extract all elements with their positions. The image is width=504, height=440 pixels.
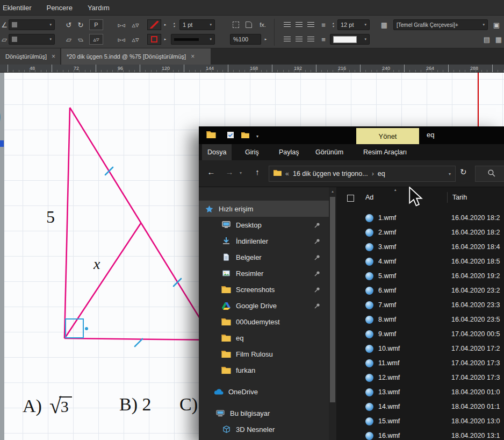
- pages-icon[interactable]: ▤: [481, 34, 492, 45]
- align-right-icon[interactable]: [305, 19, 316, 30]
- flip-vertical2-icon[interactable]: ▵▿: [129, 34, 142, 45]
- style-dropdown[interactable]: ▾: [9, 34, 55, 45]
- sidebar-item-quick-access[interactable]: Hızlı erişim: [199, 201, 329, 217]
- chevron-right-icon[interactable]: ▸: [262, 34, 269, 45]
- file-row[interactable]: 3.wmf16.04.2020 18:4: [336, 240, 504, 254]
- paragraph-icon[interactable]: ≡: [318, 19, 329, 30]
- file-row[interactable]: 10.wmf17.04.2020 17:2: [336, 342, 504, 356]
- scroll-up-icon[interactable]: ▴: [329, 189, 336, 194]
- search-box[interactable]: [475, 166, 504, 182]
- stroke-weight-stepper[interactable]: ▴▾: [171, 19, 177, 30]
- close-icon[interactable]: ×: [52, 53, 55, 60]
- document-tab-1[interactable]: Dönüştürülmüş] ×: [0, 48, 60, 65]
- new-folder-icon[interactable]: [241, 131, 249, 141]
- tab-resim-araclari[interactable]: Resim Araçları: [358, 144, 412, 160]
- column-header-date[interactable]: Tarih: [452, 194, 467, 201]
- tab-paylas[interactable]: Paylaş: [273, 144, 305, 160]
- sidebar-item-film-rulosu[interactable]: Film Rulosu: [199, 346, 329, 362]
- sidebar-item-belgeler[interactable]: Belgeler: [199, 249, 329, 265]
- dashed-frame-icon[interactable]: [230, 19, 242, 30]
- file-row[interactable]: 12.wmf17.04.2020 17:3: [336, 371, 504, 385]
- address-bar[interactable]: « 16 dik üçgen ve trigono... › eq ▾: [269, 166, 456, 182]
- document-tab-2[interactable]: *20 dik üçgen 5.indd @ %75 [Dönüştürülmü…: [61, 48, 211, 65]
- sidebar-item-onedrive[interactable]: OneDrive: [199, 384, 329, 400]
- fill-swatch[interactable]: [147, 34, 161, 45]
- effects-fx-button[interactable]: fx.: [256, 19, 270, 30]
- align-center-icon[interactable]: [293, 19, 304, 30]
- chevron-right-icon[interactable]: ▸: [162, 19, 169, 30]
- file-row[interactable]: 1.wmf16.04.2020 18:2: [336, 211, 504, 225]
- manage-contextual-tab[interactable]: Yönet: [356, 128, 419, 144]
- sidebar-item-000udemytest[interactable]: 000udemytest: [199, 314, 329, 330]
- sidebar-item-3d-objects[interactable]: 3D Nesneler: [199, 421, 329, 437]
- sidebar-item-eq[interactable]: eq: [199, 330, 329, 346]
- sidebar-item-resimler[interactable]: Resimler: [199, 265, 329, 281]
- scale-select[interactable]: %100: [230, 34, 261, 45]
- breadcrumb-current[interactable]: eq: [378, 170, 385, 178]
- recent-locations-chevron-icon[interactable]: ▾: [240, 171, 242, 175]
- stroke-swatch[interactable]: [147, 19, 161, 30]
- tab-giris[interactable]: Giriş: [240, 144, 264, 160]
- sidebar-item-screenshots[interactable]: Screenshots: [199, 281, 329, 297]
- flip-vertical-icon[interactable]: ▵▿: [129, 19, 142, 30]
- sidebar-item-this-pc[interactable]: Bu bilgisayar: [199, 405, 329, 421]
- menu-item-pencere[interactable]: Pencere: [46, 4, 72, 12]
- refresh-button[interactable]: ↻: [460, 167, 467, 177]
- sidebar-item-google-drive[interactable]: Google Drive: [199, 297, 329, 314]
- justify-left-icon[interactable]: [282, 34, 292, 45]
- close-icon[interactable]: ×: [191, 53, 195, 60]
- font-size-select[interactable]: 12 pt▾: [337, 19, 370, 30]
- sort-ascending-icon[interactable]: ▴: [394, 188, 397, 192]
- file-row[interactable]: 7.wmf16.04.2020 23:3: [336, 298, 504, 313]
- skew-v-icon[interactable]: ▱: [75, 34, 86, 45]
- select-all-checkbox[interactable]: [347, 195, 354, 202]
- sidebar-scrollbar[interactable]: ▴: [329, 187, 336, 440]
- tab-gorunum[interactable]: Görünüm: [310, 144, 349, 160]
- file-row[interactable]: 9.wmf17.04.2020 00:5: [336, 327, 504, 342]
- customize-qat-chevron-icon[interactable]: ▾: [256, 134, 258, 139]
- justify-center-icon[interactable]: [293, 34, 304, 45]
- menu-item-eklentiler[interactable]: Eklentiler: [3, 4, 31, 12]
- file-row[interactable]: 11.wmf17.04.2020 17:3: [336, 356, 504, 371]
- rotate-ccw-icon[interactable]: ↺: [63, 19, 74, 30]
- explorer-titlebar[interactable]: ▾ Yönet eq: [199, 126, 504, 144]
- file-row[interactable]: 14.wmf18.04.2020 01:1: [336, 400, 504, 414]
- file-row[interactable]: 8.wmf16.04.2020 23:5: [336, 313, 504, 327]
- chevron-right-icon[interactable]: ▸: [162, 34, 169, 45]
- file-row[interactable]: 2.wmf16.04.2020 18:2: [336, 225, 504, 240]
- align-left-icon[interactable]: [282, 19, 292, 30]
- reference-point-button[interactable]: P: [89, 19, 103, 30]
- file-row[interactable]: 5.wmf16.04.2020 19:2: [336, 269, 504, 283]
- stroke-weight-select[interactable]: 1 pt▾: [179, 19, 215, 30]
- back-button[interactable]: ←: [205, 167, 217, 176]
- effects-dropdown[interactable]: ▾: [9, 19, 55, 30]
- file-row[interactable]: 4.wmf16.04.2020 18:5: [336, 254, 504, 269]
- address-history-chevron-icon[interactable]: ▾: [449, 172, 451, 176]
- column-header-name[interactable]: Ad: [365, 194, 373, 201]
- object-style-select[interactable]: [Temel Grafik Çerçevesi]+▾: [393, 19, 488, 30]
- file-row[interactable]: 15.wmf18.04.2020 13:0: [336, 414, 504, 429]
- properties-icon[interactable]: [227, 131, 234, 141]
- frame-icon[interactable]: ▣: [491, 19, 502, 30]
- font-size-stepper[interactable]: ▴▾: [330, 19, 336, 30]
- file-row[interactable]: 6.wmf16.04.2020 23:2: [336, 283, 504, 298]
- file-row[interactable]: 13.wmf18.04.2020 01:0: [336, 385, 504, 400]
- rotate-cw-icon[interactable]: ↻: [75, 19, 86, 30]
- menu-item-yardim[interactable]: Yardım: [88, 4, 110, 12]
- baseline-grid-icon[interactable]: ▦: [378, 19, 390, 30]
- forward-button[interactable]: →: [224, 167, 235, 176]
- up-button[interactable]: ↑: [251, 167, 263, 176]
- spacing-icon[interactable]: ≡: [318, 34, 329, 45]
- paper-color-select[interactable]: ▾: [330, 34, 370, 45]
- tab-dosya[interactable]: Dosya: [202, 144, 232, 160]
- collapsed-crumb-mark[interactable]: «: [285, 170, 289, 178]
- sidebar-item-furkan[interactable]: furkan: [199, 362, 329, 378]
- file-row[interactable]: 16.wmf18.04.2020 13:1: [336, 429, 504, 440]
- stroke-style-select[interactable]: ▾: [171, 34, 215, 45]
- sidebar-item-i-ndirilenler[interactable]: İndirilenler: [199, 233, 329, 249]
- flip-horizontal-icon[interactable]: ▹◃: [115, 19, 128, 30]
- justify-right-icon[interactable]: [305, 34, 316, 45]
- column-divider[interactable]: [447, 192, 448, 203]
- grid2-icon[interactable]: ▦: [493, 34, 504, 45]
- flip-horizontal2-icon[interactable]: ▹◃: [115, 34, 128, 45]
